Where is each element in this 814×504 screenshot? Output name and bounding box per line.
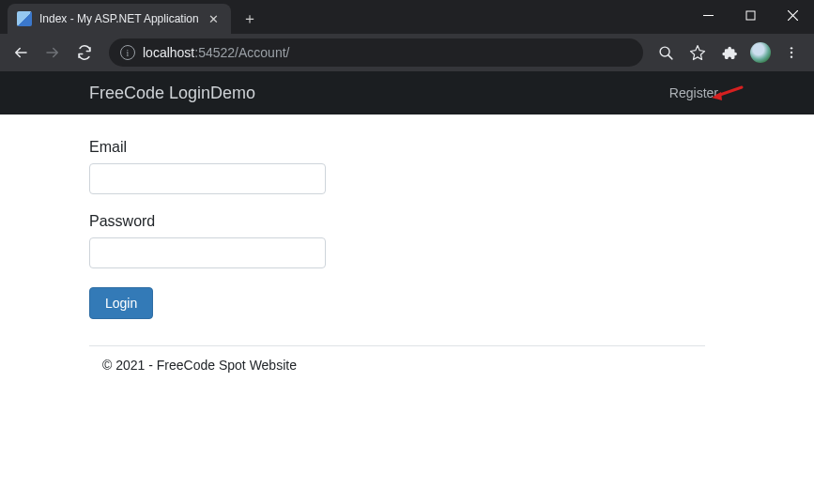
kebab-menu-icon[interactable]: [780, 41, 803, 64]
page-content: Email Password Login © 2021 - FreeCode S…: [0, 115, 814, 373]
svg-point-8: [791, 55, 792, 57]
back-button[interactable]: [8, 39, 34, 66]
profile-avatar[interactable]: [750, 42, 771, 63]
reload-button[interactable]: [71, 39, 98, 66]
brand-link[interactable]: FreeCode LoginDemo: [89, 84, 255, 103]
address-bar[interactable]: i localhost:54522/Account/: [109, 38, 643, 67]
login-button[interactable]: Login: [89, 287, 153, 319]
site-info-icon[interactable]: i: [120, 45, 135, 60]
close-window-button[interactable]: [772, 0, 814, 30]
window-controls: [687, 0, 814, 30]
password-label: Password: [89, 213, 814, 230]
browser-tab-strip: Index - My ASP.NET Application ✕ ＋: [0, 0, 814, 34]
tab-title: Index - My ASP.NET Application: [39, 12, 199, 25]
close-tab-icon[interactable]: ✕: [207, 11, 222, 26]
app-navbar: FreeCode LoginDemo Register: [0, 71, 814, 115]
email-field[interactable]: [89, 163, 326, 194]
email-group: Email: [89, 139, 814, 194]
footer-text: © 2021 - FreeCode Spot Website: [89, 358, 814, 373]
url-host: localhost: [143, 45, 194, 60]
forward-button[interactable]: [39, 39, 66, 66]
svg-point-7: [791, 52, 792, 53]
minimize-button[interactable]: [687, 0, 730, 30]
bookmark-star-icon[interactable]: [686, 41, 709, 64]
maximize-button[interactable]: [730, 0, 772, 30]
zoom-icon[interactable]: [654, 41, 677, 64]
url-text: localhost:54522/Account/: [143, 45, 289, 60]
svg-line-5: [668, 54, 671, 58]
extensions-icon[interactable]: [718, 41, 741, 64]
email-label: Email: [89, 139, 814, 156]
active-tab[interactable]: Index - My ASP.NET Application ✕: [8, 4, 231, 34]
favicon-icon: [17, 11, 32, 26]
svg-point-6: [791, 47, 792, 49]
svg-rect-1: [746, 11, 755, 20]
password-group: Password: [89, 213, 814, 268]
password-field[interactable]: [89, 237, 326, 268]
url-port: :54522: [194, 45, 235, 60]
browser-toolbar: i localhost:54522/Account/: [0, 34, 814, 71]
new-tab-button[interactable]: ＋: [237, 6, 263, 32]
toolbar-right-icons: [654, 41, 806, 64]
footer-divider: [89, 345, 705, 346]
register-link[interactable]: Register: [669, 85, 718, 100]
url-path: /Account/: [235, 45, 289, 60]
